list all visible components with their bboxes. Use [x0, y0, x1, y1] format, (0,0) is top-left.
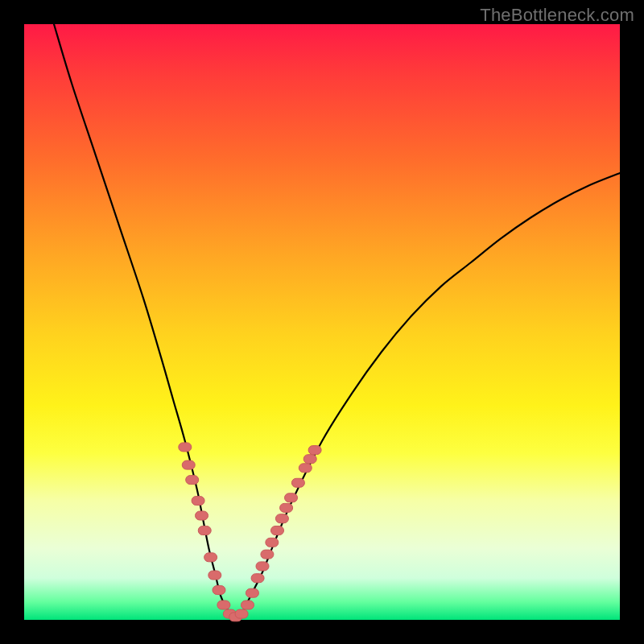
- curve-marker: [266, 538, 279, 547]
- curve-marker: [271, 526, 284, 535]
- curve-marker: [196, 511, 208, 520]
- watermark-text: TheBottleneck.com: [480, 5, 634, 26]
- curve-marker: [291, 478, 304, 487]
- curve-marker: [251, 574, 264, 583]
- curve-marker: [217, 601, 230, 609]
- curve-marker: [186, 476, 199, 485]
- curve-marker: [261, 550, 274, 559]
- curve-marker: [235, 609, 248, 618]
- curve-layer: [24, 24, 620, 620]
- curve-marker: [242, 601, 254, 609]
- curve-marker: [280, 503, 293, 512]
- curve-marker: [204, 553, 217, 562]
- curve-marker: [256, 562, 269, 571]
- curve-marker: [246, 588, 258, 597]
- curve-marker: [303, 455, 316, 464]
- chart-frame: TheBottleneck.com: [0, 0, 644, 644]
- curve-marker: [182, 460, 195, 469]
- curve-marker: [285, 493, 298, 502]
- bottleneck-curve: [54, 24, 620, 618]
- plot-area: [24, 24, 620, 620]
- curve-marker: [275, 514, 288, 523]
- curve-marker: [308, 446, 321, 455]
- curve-marker: [299, 464, 312, 473]
- curve-marker: [179, 443, 192, 452]
- curve-marker: [213, 586, 225, 595]
- curve-markers: [179, 443, 321, 621]
- curve-marker: [192, 497, 204, 506]
- curve-marker: [198, 526, 211, 535]
- curve-marker: [208, 571, 221, 580]
